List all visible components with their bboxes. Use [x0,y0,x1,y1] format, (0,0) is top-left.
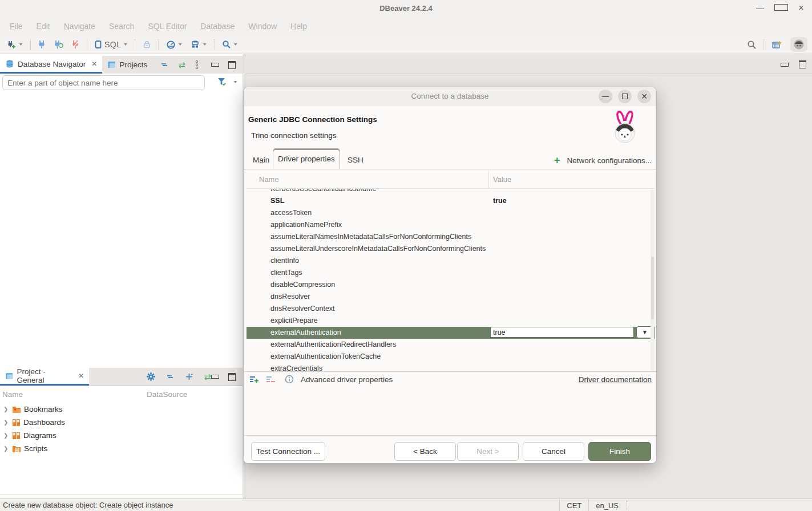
locale-indicator[interactable]: en_US [588,499,625,511]
dialog-maximize-button[interactable] [618,90,632,103]
advanced-properties-label: Advanced driver properties [301,375,393,384]
chevron-down-icon: ▼ [233,42,238,47]
minimize-editor-icon[interactable] [781,63,789,67]
property-row-dnsResolverContext[interactable]: dnsResolverContext [247,303,655,315]
tree-item-scripts[interactable]: ❯Scripts [0,442,243,455]
link-editor-icon[interactable]: ⇄ [204,372,211,382]
property-row-clientTags[interactable]: clientTags [247,267,655,279]
tab-project-general[interactable]: Project - General ✕ [0,368,89,386]
test-connection-button[interactable]: Test Connection ... [251,442,325,461]
window-close-button[interactable]: × [795,3,807,13]
collapse-all-icon[interactable] [160,60,169,69]
minimize-panel-icon[interactable] [211,375,219,379]
property-value-input[interactable] [490,327,634,338]
tab-projects[interactable]: Projects [102,56,152,74]
status-message: Create new database object: Create objec… [3,501,173,509]
dialog-minimize-button[interactable]: — [599,90,612,103]
commit-mode-button[interactable] [140,38,153,51]
user-avatar-button[interactable] [790,37,807,52]
close-icon[interactable]: ✕ [91,60,97,68]
property-row-externalAuthenticationRedirectHandlers[interactable]: externalAuthenticationRedirectHandlers [247,339,655,351]
menu-window[interactable]: Window [242,19,283,33]
dialog-close-button[interactable]: ✕ [637,90,651,103]
menu-file[interactable]: File [3,19,29,33]
chevron-down-icon: ▼ [202,42,207,47]
expand-chevron-icon[interactable]: ❯ [3,406,9,412]
remove-property-icon[interactable] [266,375,276,384]
cancel-button[interactable]: Cancel [523,442,584,461]
window-minimize-button[interactable]: — [754,3,766,13]
timezone-indicator[interactable]: CET [559,499,588,511]
disconnect-button[interactable] [69,38,82,51]
property-row-dnsResolver[interactable]: dnsResolver [247,291,655,303]
dialog-tab-driver-properties[interactable]: Driver properties [273,148,340,169]
column-header-datasource[interactable]: DataSource [147,390,187,399]
tab-database-navigator[interactable]: Database Navigator ✕ [0,56,102,74]
window-maximize-button[interactable] [774,3,787,13]
statusbar-grip[interactable] [627,501,628,510]
dashboard-button[interactable]: ▼ [164,38,185,51]
network-configurations-button[interactable]: + Network configurations... [554,155,652,165]
property-row-externalAuthenticationTokenCache[interactable]: externalAuthenticationTokenCache [247,351,655,363]
driver-documentation-link[interactable]: Driver documentation [579,375,652,384]
table-scrollbar[interactable] [651,189,655,371]
reconnect-button[interactable] [51,38,66,51]
chevron-down-icon[interactable]: ▼ [233,80,238,84]
menu-edit[interactable]: Edit [30,19,56,33]
expand-chevron-icon[interactable]: ❯ [3,419,9,425]
property-row-explicitPrepare[interactable]: explicitPrepare [247,315,655,327]
link-editor-icon[interactable]: ⇄ [178,60,185,70]
expand-chevron-icon[interactable]: ❯ [3,432,9,439]
maximize-panel-icon[interactable] [228,61,236,69]
perspective-button[interactable] [769,38,785,51]
kebab-menu-icon[interactable] [195,60,199,70]
column-header-value[interactable]: Value [493,175,511,184]
expand-chevron-icon[interactable]: ❯ [3,445,9,452]
global-search-button[interactable] [745,38,759,51]
property-row-accessToken[interactable]: accessToken [247,207,655,219]
property-row-clientInfo[interactable]: clientInfo [247,255,655,267]
property-row-SSL[interactable]: SSLtrue [247,195,655,207]
property-row-assumeLiteralUnderscoreInMetadataCallsForNonConformingClients[interactable]: assumeLiteralUnderscoreInMetadataCallsFo… [247,243,655,255]
connect-button[interactable] [35,38,48,51]
data-transfer-button[interactable]: ▼ [188,38,209,51]
gear-icon[interactable] [146,372,156,382]
expand-all-icon[interactable] [185,372,193,381]
property-row-KerberosUseCanonicalHostname[interactable]: KerberosUseCanonicalHostname [247,189,655,195]
back-button[interactable]: < Back [394,442,456,461]
dialog-titlebar[interactable]: Connect to a database — ✕ [244,87,656,107]
menu-search[interactable]: Search [103,19,140,33]
property-name: externalAuthentication [270,328,341,336]
menu-help[interactable]: Help [284,19,313,33]
collapse-all-icon[interactable] [166,372,175,381]
tree-item-diagrams[interactable]: ❯Diagrams [0,429,243,442]
search-objects-button[interactable]: ▼ [220,38,240,51]
finish-button[interactable]: Finish [588,442,651,461]
property-row-disableCompression[interactable]: disableCompression [247,279,655,291]
maximize-editor-icon[interactable] [799,60,806,68]
property-row-applicationNamePrefix[interactable]: applicationNamePrefix [247,219,655,231]
tree-item-dashboards[interactable]: ❯Dashboards [0,416,243,429]
object-filter-input[interactable] [2,75,205,90]
close-icon[interactable]: ✕ [78,372,84,380]
menu-database[interactable]: Database [194,19,241,33]
menu-sql-editor[interactable]: SQL Editor [142,19,193,33]
menu-navigate[interactable]: Navigate [58,19,102,33]
dialog-tab-ssh[interactable]: SSH [342,151,369,169]
filter-icon[interactable] [217,77,227,87]
minimize-panel-icon[interactable] [211,63,219,67]
open-sql-editor-button[interactable]: SQL ▼ [92,38,130,51]
column-header-name[interactable]: Name [259,175,279,184]
dialog-title: Connect to a database [244,92,656,100]
new-connection-button[interactable]: ▼ [5,38,26,51]
column-header-name[interactable]: Name [2,390,23,399]
maximize-panel-icon[interactable] [228,373,236,381]
property-row-extraCredentials[interactable]: extraCredentials [247,363,655,371]
next-button[interactable]: Next > [457,442,519,461]
property-row-assumeLiteralNamesInMetadataCallsForNonConformingClients[interactable]: assumeLiteralNamesInMetadataCallsForNonC… [247,231,655,243]
tree-item-bookmarks[interactable]: ❯Bookmarks [0,403,243,416]
property-row-externalAuthentication[interactable]: externalAuthentication▼ [247,327,655,339]
add-property-icon[interactable] [249,375,259,384]
tab-label: Database Navigator [18,60,86,68]
dialog-tab-main[interactable]: Main [248,151,274,169]
